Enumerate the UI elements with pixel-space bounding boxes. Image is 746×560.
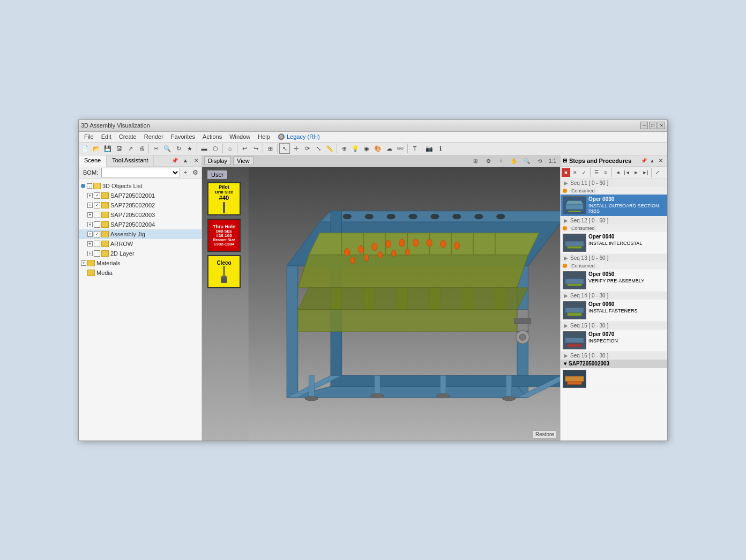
menu-file[interactable]: File: [81, 132, 97, 141]
new-icon[interactable]: 📄: [80, 143, 91, 154]
seq-11-header[interactable]: ▶ Seq 11 [ 0 - 60 ]: [561, 179, 667, 187]
scale-icon[interactable]: ⤡: [313, 143, 324, 154]
rp-pin-icon[interactable]: 📌: [639, 156, 648, 165]
expand-sap4[interactable]: +: [87, 222, 93, 227]
expand-2dlayer[interactable]: +: [87, 251, 93, 256]
menu-help[interactable]: Help: [255, 132, 273, 141]
view-button[interactable]: View: [233, 156, 253, 165]
vp-icon2[interactable]: ⚙: [483, 155, 494, 166]
rect-icon[interactable]: ▬: [199, 143, 210, 154]
menu-create[interactable]: Create: [116, 132, 140, 141]
home-icon[interactable]: ⌂: [225, 143, 235, 154]
seq-15-header[interactable]: ▶ Seq 15 [ 0 - 30 ]: [561, 322, 667, 330]
rp-next-icon[interactable]: ►: [632, 168, 640, 177]
seq-16-header[interactable]: ▶ Seq 16 [ 0 - 30 ]: [561, 352, 667, 360]
expand-materials[interactable]: +: [81, 260, 86, 266]
panel-up-icon[interactable]: ▲: [180, 155, 191, 166]
panel-close-icon[interactable]: ✕: [191, 155, 202, 166]
tree-item-2dlayer[interactable]: + 2D Layer: [79, 249, 202, 258]
menu-actions[interactable]: Actions: [199, 132, 225, 141]
light-icon[interactable]: 💡: [350, 143, 361, 154]
star-icon[interactable]: ★: [184, 143, 195, 154]
seq-14-header[interactable]: ▶ Seq 14 [ 0 - 30 ]: [561, 292, 667, 300]
undo-icon[interactable]: ↩: [239, 143, 250, 154]
rp-next2-icon[interactable]: ►|: [641, 168, 650, 177]
check-arrow[interactable]: [94, 241, 100, 247]
tree-item-assembly-jig[interactable]: + ✓ Assembly Jig: [79, 229, 202, 239]
menu-window[interactable]: Window: [226, 132, 253, 141]
sap-step-item[interactable]: [561, 368, 667, 390]
expand-sap2[interactable]: +: [87, 203, 93, 208]
redo-icon[interactable]: ↪: [250, 143, 261, 154]
material-icon[interactable]: ◉: [361, 143, 372, 154]
window-icon[interactable]: ⊞: [265, 143, 275, 154]
open-icon[interactable]: 📂: [91, 143, 102, 154]
rp-up-icon[interactable]: ▲: [648, 156, 657, 165]
sap-group-header[interactable]: ▾ SAP7205002003: [561, 360, 667, 368]
tree-item-sap2[interactable]: + ✓ SAP7205002002: [79, 200, 202, 210]
vr-icon[interactable]: 👓: [395, 143, 406, 154]
rp-x-icon[interactable]: ✕: [571, 168, 579, 177]
move-icon[interactable]: ✛: [290, 143, 301, 154]
seq-12-header[interactable]: ▶ Seq 12 [ 0 - 60 ]: [561, 216, 667, 225]
step-item-0070[interactable]: Oper 0070 INSPECTION: [561, 330, 667, 352]
menu-favorites[interactable]: Favorites: [168, 132, 198, 141]
cloud-icon[interactable]: ☁: [384, 143, 394, 154]
rp-list2-icon[interactable]: ≡: [601, 168, 610, 177]
menu-edit[interactable]: Edit: [98, 132, 115, 141]
render2-icon[interactable]: 🎨: [372, 143, 383, 154]
camera-icon[interactable]: 📷: [424, 143, 435, 154]
check-sap1[interactable]: ✓: [94, 192, 100, 199]
refresh-icon[interactable]: ↻: [173, 143, 184, 154]
seq-13-header[interactable]: ▶ Seq 13 [ 0 - 60 ]: [561, 254, 667, 262]
rotate-icon[interactable]: ⟳: [302, 143, 312, 154]
vp-icon6[interactable]: ⟲: [534, 155, 545, 166]
tree-item-materials[interactable]: + Materials: [79, 258, 202, 268]
vp-icon3[interactable]: +: [496, 155, 506, 166]
close-button[interactable]: ✕: [658, 122, 665, 129]
rp-prev-icon[interactable]: ◄: [614, 168, 622, 177]
text-icon[interactable]: T: [409, 143, 420, 154]
vp-icon4[interactable]: ✋: [509, 155, 519, 166]
expand-root[interactable]: -: [87, 183, 92, 189]
save2-icon[interactable]: 🖫: [114, 143, 124, 154]
expand-arrow[interactable]: +: [87, 241, 93, 247]
bom-action-icon[interactable]: ⚙: [191, 168, 199, 177]
display-button[interactable]: Display: [204, 156, 231, 165]
expand-sap1[interactable]: +: [87, 193, 93, 198]
rp-expand-icon[interactable]: ⤢: [653, 168, 662, 177]
pin-icon[interactable]: 📌: [169, 155, 180, 166]
step-item-0030[interactable]: Oper 0030 INSTALL OUTBOARD SECTION RIBS: [561, 195, 667, 217]
tree-item-sap3[interactable]: + SAP7205002003: [79, 210, 202, 220]
restore-button[interactable]: Restore: [533, 430, 557, 438]
rp-check-icon[interactable]: ✓: [580, 168, 588, 177]
minimize-button[interactable]: ─: [640, 122, 648, 129]
tree-item-arrow[interactable]: + ARROW: [79, 239, 202, 249]
export-icon[interactable]: ↗: [125, 143, 136, 154]
expand-sap3[interactable]: +: [87, 212, 93, 218]
bom-add-icon[interactable]: +: [181, 168, 190, 177]
measure-icon[interactable]: 📏: [324, 143, 335, 154]
viewport[interactable]: Display View ⊞ ⚙ + ✋ 🔍 ⟲ 1:1 User Pilot …: [202, 155, 560, 440]
tree-item-media[interactable]: Media: [79, 268, 202, 278]
check-sap3[interactable]: [94, 212, 100, 218]
step-item-0050[interactable]: Oper 0050 VERIFY PRE-ASSEMBLY: [561, 270, 667, 292]
check-sap2[interactable]: ✓: [94, 202, 100, 208]
rp-list-icon[interactable]: ☰: [592, 168, 601, 177]
tree-item-sap1[interactable]: + ✓ SAP7205002001: [79, 191, 202, 200]
info-icon[interactable]: ℹ: [435, 143, 446, 154]
vp-icon5[interactable]: 🔍: [521, 155, 532, 166]
step-item-0060[interactable]: Oper 0060 INSTALL FASTENERS: [561, 300, 667, 322]
rp-prev2-icon[interactable]: |◄: [623, 168, 631, 177]
rp-stop-icon[interactable]: ■: [562, 168, 570, 177]
vp-zoom-icon[interactable]: 1:1: [547, 155, 558, 166]
search-icon[interactable]: 🔍: [162, 143, 173, 154]
save-icon[interactable]: 💾: [102, 143, 113, 154]
menu-render[interactable]: Render: [141, 132, 167, 141]
expand-jig[interactable]: +: [87, 232, 93, 237]
cut-icon[interactable]: ✂: [151, 143, 161, 154]
tab-tool-assistant[interactable]: Tool Assistant: [107, 155, 154, 166]
check-sap4[interactable]: [94, 221, 100, 228]
tree-item-root[interactable]: - 3D Objects List: [79, 181, 202, 191]
check-jig[interactable]: ✓: [94, 231, 100, 237]
